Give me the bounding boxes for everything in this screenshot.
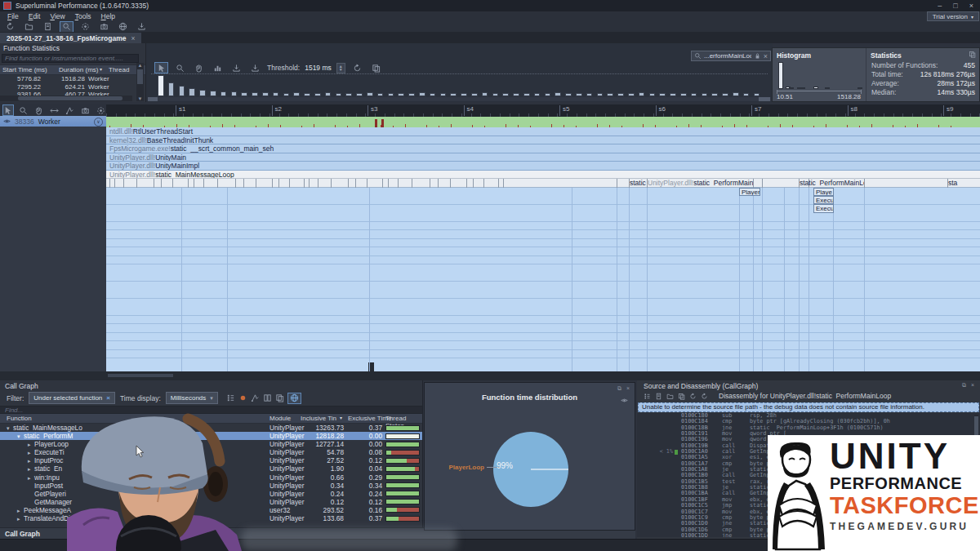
filter-chip[interactable]: Under selected function × bbox=[29, 392, 115, 404]
histogram-bar[interactable] bbox=[492, 93, 499, 96]
histogram-bar[interactable] bbox=[649, 93, 656, 96]
frame-segment[interactable] bbox=[272, 179, 278, 188]
column-inclusive[interactable]: Inclusive Tin bbox=[301, 415, 336, 422]
histogram-bar[interactable] bbox=[711, 93, 718, 96]
histogram-bar[interactable] bbox=[534, 93, 541, 96]
menu-file[interactable]: File bbox=[2, 12, 24, 20]
duration-histogram-chart[interactable] bbox=[158, 75, 768, 96]
back-icon[interactable] bbox=[3, 21, 17, 33]
globe-icon[interactable] bbox=[287, 393, 301, 404]
collapse-thread-icon[interactable]: ∨ bbox=[94, 118, 103, 127]
frame-segment[interactable] bbox=[367, 179, 382, 188]
close-button[interactable]: × bbox=[969, 2, 973, 10]
open-folder-icon[interactable] bbox=[22, 21, 36, 33]
frame-segment[interactable] bbox=[318, 179, 331, 188]
menu-view[interactable]: View bbox=[45, 12, 69, 20]
vertical-scrollbar[interactable]: ▲▼ bbox=[136, 63, 144, 101]
frame-segment[interactable] bbox=[348, 179, 355, 188]
frame-segment[interactable] bbox=[123, 179, 136, 188]
chip-close-icon[interactable]: × bbox=[106, 394, 110, 402]
histogram-bar[interactable] bbox=[314, 93, 321, 96]
histogram-bar[interactable] bbox=[461, 93, 467, 96]
histogram-bar[interactable] bbox=[440, 93, 447, 96]
column-function[interactable]: Function bbox=[7, 415, 32, 422]
min-threshold-icon[interactable] bbox=[229, 62, 243, 73]
histogram-bar[interactable] bbox=[565, 93, 572, 96]
stack-frame[interactable]: UnityPlayer.dll!UnityMainImpl bbox=[106, 162, 980, 171]
max-threshold-icon[interactable] bbox=[248, 62, 262, 73]
histogram-scrollbar[interactable] bbox=[148, 97, 771, 101]
histogram-bar[interactable] bbox=[670, 93, 676, 96]
maximize-button[interactable]: □ bbox=[953, 2, 957, 10]
frame-segment-labeled[interactable]: sta bbox=[947, 179, 980, 188]
histogram-bar[interactable] bbox=[628, 93, 635, 96]
prev-icon[interactable] bbox=[689, 393, 697, 400]
source-icon[interactable] bbox=[644, 393, 651, 400]
thread-row-worker[interactable]: 38336 Worker ∨ bbox=[0, 116, 106, 127]
histogram-bar[interactable] bbox=[158, 75, 164, 96]
frame-segment[interactable] bbox=[203, 179, 217, 188]
histogram-bar[interactable] bbox=[273, 92, 279, 96]
time-display-dropdown[interactable]: Milliseconds ▾ bbox=[166, 392, 218, 404]
threshold-value[interactable]: 1519 ms bbox=[305, 64, 332, 72]
document-icon[interactable] bbox=[41, 21, 55, 33]
stack-frame[interactable]: ntdll.dll!RtlUserThreadStart bbox=[106, 127, 980, 136]
frame-segment[interactable] bbox=[243, 179, 256, 188]
histogram-bar[interactable] bbox=[189, 88, 195, 96]
panel-window-icons[interactable]: ⧉ × bbox=[962, 382, 976, 389]
function-range-box[interactable]: ...erformMainLoop × bbox=[691, 51, 771, 61]
frame-segment[interactable] bbox=[172, 179, 188, 188]
frame-segment-labeled[interactable]: static bbox=[629, 179, 647, 188]
histogram-bar[interactable] bbox=[231, 91, 238, 96]
histogram-bar[interactable] bbox=[210, 91, 216, 96]
select-tool-icon[interactable] bbox=[154, 62, 168, 73]
histogram-bar[interactable] bbox=[262, 92, 269, 96]
timeline-footer-scrollbar[interactable] bbox=[106, 371, 980, 380]
gear-icon[interactable] bbox=[78, 21, 92, 33]
frame-segment[interactable] bbox=[289, 179, 304, 188]
frame-segment[interactable] bbox=[114, 179, 123, 188]
histogram-bar[interactable] bbox=[367, 92, 373, 96]
histogram-bar[interactable] bbox=[659, 93, 666, 96]
histogram-bar[interactable] bbox=[336, 93, 342, 96]
folder-icon[interactable] bbox=[666, 393, 674, 400]
histogram-bar[interactable] bbox=[179, 86, 185, 96]
horizontal-scrollbar[interactable] bbox=[0, 96, 132, 101]
histogram-bar[interactable] bbox=[408, 93, 415, 96]
trial-version-button[interactable]: Trial version ▾ bbox=[927, 11, 979, 21]
frame-segment[interactable] bbox=[235, 179, 243, 188]
frame-segment[interactable] bbox=[188, 179, 194, 188]
histogram-bar[interactable] bbox=[523, 93, 530, 96]
columns-icon[interactable] bbox=[263, 393, 272, 402]
pan-tool-icon[interactable] bbox=[192, 62, 206, 73]
eye-icon[interactable] bbox=[621, 397, 628, 404]
column-duration[interactable]: Duration (ms) bbox=[59, 66, 98, 73]
range-tool-icon[interactable] bbox=[49, 104, 60, 116]
histogram-bar[interactable] bbox=[482, 92, 488, 96]
copy-icon[interactable] bbox=[969, 51, 976, 58]
range-close-icon[interactable]: × bbox=[764, 52, 768, 60]
frame-segment[interactable] bbox=[154, 179, 161, 188]
time-ruler[interactable]: s1s2s3s4s5s6s7s8s9 bbox=[106, 104, 980, 118]
flame-graph-icon[interactable] bbox=[251, 393, 260, 402]
histogram-bar[interactable] bbox=[450, 93, 457, 96]
tab-close-icon[interactable]: × bbox=[131, 34, 135, 42]
frame-segment[interactable] bbox=[309, 179, 318, 188]
cpu-activity-bar[interactable] bbox=[106, 117, 980, 127]
frame-segment[interactable] bbox=[412, 179, 430, 188]
histogram-bar[interactable] bbox=[252, 92, 258, 96]
histogram-bar[interactable] bbox=[555, 92, 561, 96]
frame-segment[interactable] bbox=[331, 179, 348, 188]
histogram-bar[interactable] bbox=[513, 93, 519, 96]
histogram-bar[interactable] bbox=[377, 93, 384, 96]
histogram-bar[interactable] bbox=[702, 93, 708, 96]
histogram-bar[interactable] bbox=[168, 82, 175, 96]
timeline-cell[interactable]: Execu bbox=[813, 196, 834, 204]
menu-help[interactable]: Help bbox=[96, 12, 120, 20]
histogram-bar[interactable] bbox=[597, 93, 604, 96]
share-icon[interactable] bbox=[116, 21, 130, 33]
histogram-bar[interactable] bbox=[743, 93, 750, 96]
histogram-bar[interactable] bbox=[241, 92, 247, 96]
frame-segment[interactable] bbox=[466, 179, 473, 188]
frame-segment[interactable] bbox=[398, 179, 412, 188]
